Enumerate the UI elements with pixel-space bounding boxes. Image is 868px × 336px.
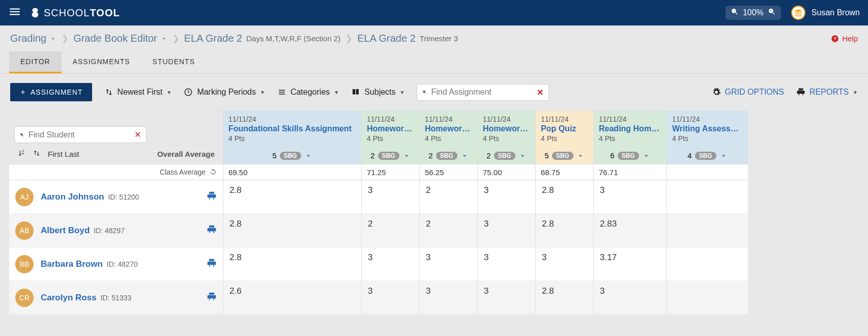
assignment-header[interactable]: 11/11/24 Homework 1 4 Pts 2 SBG bbox=[362, 110, 419, 164]
grade-cell[interactable]: 2 bbox=[362, 214, 419, 247]
grade-cell[interactable]: 3 bbox=[478, 281, 535, 315]
print-icon[interactable] bbox=[207, 292, 217, 304]
printer-icon bbox=[796, 88, 805, 97]
grade-cell[interactable]: 3 bbox=[362, 247, 419, 281]
grade-cell[interactable]: 3 bbox=[362, 180, 419, 214]
filter-subjects[interactable]: Subjects▼ bbox=[351, 88, 404, 97]
find-student-search[interactable]: ✕ bbox=[14, 126, 147, 143]
grade-cell[interactable]: 2.6 bbox=[223, 281, 361, 315]
grid-options-button[interactable]: GRID OPTIONS bbox=[712, 88, 784, 97]
assignment-header[interactable]: 11/11/24 Foundational Skills Assignment … bbox=[223, 110, 361, 164]
breadcrumb-editor[interactable]: Grade Book Editor bbox=[73, 33, 167, 44]
sort-az-icon[interactable] bbox=[17, 149, 25, 159]
grade-cell[interactable]: 2.8 bbox=[536, 180, 593, 214]
grade-cell[interactable]: 3 bbox=[478, 180, 535, 214]
grade-cell[interactable]: 3 bbox=[536, 247, 593, 281]
filter-marking-periods[interactable]: Marking Periods▼ bbox=[184, 88, 265, 97]
breadcrumb-course[interactable]: ELA Grade 2 Days M,T,W,R,F (Section 2) bbox=[184, 33, 341, 44]
zoom-out-icon[interactable] bbox=[731, 8, 739, 18]
student-initials: BB bbox=[15, 255, 34, 273]
chevron-down-icon[interactable] bbox=[304, 152, 312, 160]
assignment-count: 5 bbox=[544, 151, 548, 160]
grade-cell[interactable]: 3.17 bbox=[594, 247, 667, 281]
grade-cell[interactable]: 2.83 bbox=[594, 214, 667, 247]
grade-cell[interactable] bbox=[667, 247, 748, 281]
chevron-down-icon[interactable] bbox=[460, 152, 469, 160]
assignment-count: 2 bbox=[486, 151, 490, 160]
help-link[interactable]: ? Help bbox=[831, 34, 858, 43]
grade-cell[interactable] bbox=[667, 180, 748, 214]
print-icon[interactable] bbox=[207, 225, 217, 237]
chevron-down-icon[interactable] bbox=[518, 152, 527, 160]
find-student-input[interactable] bbox=[28, 130, 130, 139]
grade-cell[interactable]: 3 bbox=[362, 281, 419, 315]
grade-cell[interactable]: 3 bbox=[420, 281, 477, 315]
swap-name-icon[interactable] bbox=[33, 149, 41, 159]
find-assignment-search[interactable]: ✕ bbox=[417, 84, 549, 101]
grade-cell[interactable]: 2.8 bbox=[223, 247, 361, 281]
app-logo[interactable]: SCHOOLTOOL bbox=[30, 6, 120, 19]
assignment-header[interactable]: 11/11/24 Homework 2 4 Pts 2 SBG bbox=[420, 110, 477, 164]
chevron-down-icon[interactable] bbox=[402, 152, 411, 160]
grade-cell[interactable]: 2.8 bbox=[536, 281, 593, 315]
assignment-column: 11/11/24 Homework 3 4 Pts 2 SBG 75.00 33… bbox=[477, 110, 535, 315]
clear-search-icon[interactable]: ✕ bbox=[537, 88, 543, 97]
grade-cell[interactable]: 2 bbox=[420, 214, 477, 247]
assignment-name: Pop Quiz bbox=[541, 124, 588, 133]
user-menu[interactable]: Susan Brown bbox=[791, 6, 860, 20]
assignment-name: Homework 3 bbox=[483, 124, 530, 133]
sort-newest-first[interactable]: Newest First▼ bbox=[104, 88, 172, 97]
grade-cell[interactable]: 2.8 bbox=[223, 214, 361, 247]
sort-label[interactable]: First Last bbox=[48, 150, 79, 158]
student-name-link[interactable]: Carolyn Ross bbox=[41, 293, 97, 302]
student-row: CR Carolyn Ross ID: 51333 bbox=[9, 281, 223, 315]
grade-cell[interactable]: 3 bbox=[478, 214, 535, 247]
assignment-name: Foundational Skills Assignment bbox=[228, 124, 356, 133]
grade-cell[interactable] bbox=[667, 281, 748, 315]
grade-cell[interactable] bbox=[667, 214, 748, 247]
find-assignment-input[interactable] bbox=[431, 88, 533, 97]
assignment-name: Homework 1 bbox=[367, 124, 414, 133]
refresh-icon[interactable] bbox=[210, 169, 217, 176]
grade-cell[interactable]: 2.8 bbox=[223, 180, 361, 214]
assignment-header[interactable]: 11/11/24 Pop Quiz 4 Pts 5 SBG bbox=[536, 110, 593, 164]
assignment-count: 6 bbox=[610, 151, 614, 160]
grade-cell[interactable]: 2.8 bbox=[536, 214, 593, 247]
student-name-link[interactable]: Aaron Johnson bbox=[41, 192, 104, 202]
assignment-header[interactable]: 11/11/24 Writing Assessment 4 Pts 4 SBG bbox=[667, 110, 748, 164]
assignment-points: 4 Pts bbox=[228, 134, 356, 143]
search-icon bbox=[422, 88, 427, 96]
grade-cell[interactable]: 3 bbox=[594, 180, 667, 214]
grade-cell[interactable]: 3 bbox=[420, 247, 477, 281]
print-icon[interactable] bbox=[207, 258, 217, 270]
zoom-value: 100% bbox=[743, 8, 764, 17]
tab-editor[interactable]: EDITOR bbox=[9, 51, 62, 73]
logo-icon bbox=[30, 6, 41, 19]
assignment-header[interactable]: 11/11/24 Homework 3 4 Pts 2 SBG bbox=[478, 110, 535, 164]
chevron-down-icon[interactable] bbox=[642, 152, 650, 160]
clear-student-search-icon[interactable]: ✕ bbox=[134, 130, 141, 139]
breadcrumb-grading[interactable]: Grading bbox=[10, 33, 56, 44]
tab-assignments[interactable]: ASSIGNMENTS bbox=[62, 51, 141, 73]
chevron-down-icon[interactable] bbox=[576, 152, 585, 160]
reports-button[interactable]: REPORTS▼ bbox=[796, 88, 858, 97]
breadcrumb-term[interactable]: ELA Grade 2 Trimester 3 bbox=[357, 33, 458, 44]
assignment-column: 11/11/24 Foundational Skills Assignment … bbox=[223, 110, 361, 315]
menu-icon[interactable] bbox=[8, 5, 21, 20]
grade-cell[interactable]: 3 bbox=[594, 281, 667, 315]
user-avatar-icon bbox=[791, 6, 805, 20]
assignment-header[interactable]: 11/11/24 Reading Homew… 4 Pts 6 SBG bbox=[594, 110, 667, 164]
assignment-count: 4 bbox=[687, 151, 691, 160]
filter-categories[interactable]: Categories▼ bbox=[277, 88, 339, 97]
sbg-badge: SBG bbox=[618, 152, 639, 160]
add-assignment-button[interactable]: ASSIGNMENT bbox=[10, 83, 92, 101]
tab-students[interactable]: STUDENTS bbox=[141, 51, 206, 73]
student-name-link[interactable]: Barbara Brown bbox=[41, 259, 103, 269]
student-name-link[interactable]: Albert Boyd bbox=[41, 226, 90, 235]
zoom-in-icon[interactable] bbox=[768, 8, 776, 18]
print-icon[interactable] bbox=[207, 191, 217, 203]
grade-cell[interactable]: 2 bbox=[420, 180, 477, 214]
chevron-down-icon[interactable] bbox=[719, 152, 728, 160]
grade-cell[interactable]: 3 bbox=[478, 247, 535, 281]
assignment-date: 11/11/24 bbox=[599, 115, 661, 123]
